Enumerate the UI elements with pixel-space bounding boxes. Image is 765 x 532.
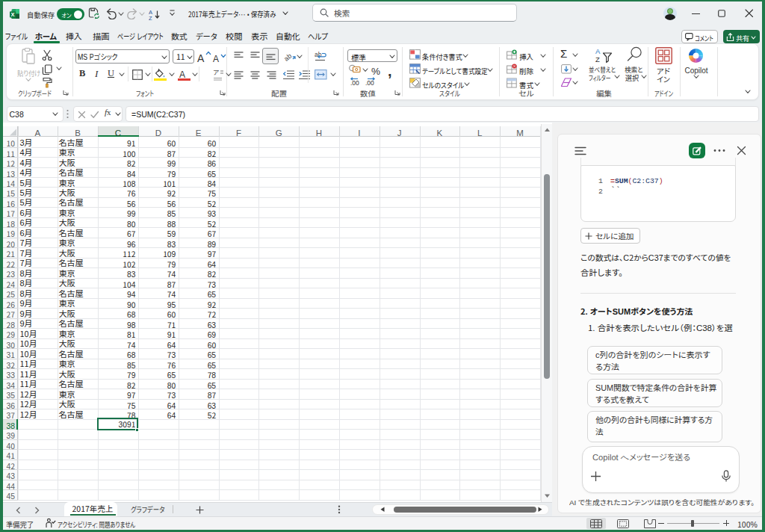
svg-text:ab: ab — [284, 52, 293, 63]
svg-text:Z: Z — [595, 55, 600, 64]
svg-text:A: A — [595, 47, 601, 55]
svg-text:.00: .00 — [350, 79, 359, 87]
svg-text:Z: Z — [149, 15, 152, 21]
svg-text:ア: ア — [213, 69, 220, 76]
svg-text:X: X — [11, 11, 15, 18]
